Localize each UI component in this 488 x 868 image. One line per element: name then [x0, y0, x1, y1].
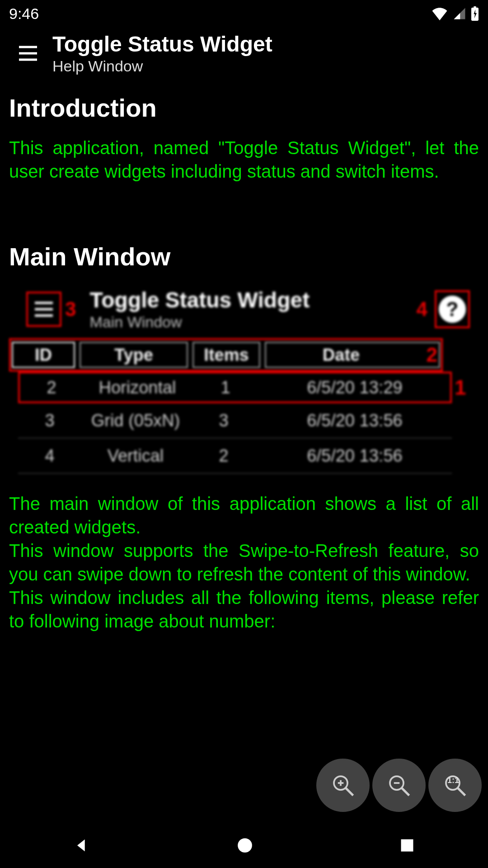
cell-type: Vertical [81, 446, 190, 466]
nav-back-button[interactable] [73, 836, 91, 854]
illust-annot-1: 1 [455, 375, 466, 400]
cell-items: 1 [192, 378, 259, 397]
table-row: 2 Horizontal 1 6/5/20 13:29 [18, 372, 452, 403]
illust-row-0-wrap: 2 Horizontal 1 6/5/20 13:29 1 [9, 372, 479, 403]
mainwin-heading: Main Window [9, 242, 479, 271]
intro-body: This application, named "Toggle Status W… [9, 136, 479, 183]
illust-row-2-wrap: 4 Vertical 2 6/5/20 13:56 [9, 439, 479, 474]
home-icon [236, 837, 253, 854]
intro-heading: Introduction [9, 93, 479, 123]
zoom-controls: 1:1 [316, 759, 482, 812]
svg-line-3 [346, 788, 353, 795]
menu-icon [33, 298, 55, 320]
status-time: 9:46 [9, 5, 39, 23]
zoom-out-icon [385, 772, 413, 799]
wifi-icon [431, 7, 448, 20]
svg-rect-1 [474, 6, 476, 8]
zoom-reset-button[interactable]: 1:1 [428, 759, 482, 812]
status-icons [431, 6, 479, 21]
illust-subtitle: Main Window [89, 313, 416, 331]
cell-type: Horizontal [83, 378, 192, 397]
illust-header-items: Items [192, 342, 260, 368]
app-bar: Toggle Status Widget Help Window [0, 27, 488, 84]
illust-header-wrap: ID Type Items Date 2 [9, 338, 479, 372]
app-title: Toggle Status Widget [52, 32, 272, 57]
svg-point-11 [238, 838, 252, 853]
illust-menu-box [26, 292, 61, 327]
nav-home-button[interactable] [236, 837, 253, 854]
cell-type: Grid (05xN) [81, 411, 190, 430]
illust-header-date: Date [265, 342, 440, 368]
zoom-in-icon [329, 772, 357, 799]
mainwin-body-3: This window includes all the following i… [9, 586, 479, 633]
mainwin-body-1: The main window of this application show… [9, 492, 479, 539]
svg-point-9 [446, 776, 460, 790]
nav-bar [0, 823, 488, 868]
svg-rect-12 [401, 840, 413, 852]
illust-annot-2: 2 [427, 344, 437, 366]
menu-icon[interactable] [17, 42, 39, 64]
illust-appbar: 3 Toggle Status Widget Main Window 4 ? [9, 285, 479, 334]
recent-icon [399, 837, 415, 854]
help-content[interactable]: Introduction This application, named "To… [0, 93, 488, 633]
table-row: 4 Vertical 2 6/5/20 13:56 [18, 439, 452, 474]
illust-help-box: ? [435, 290, 470, 328]
mainwin-body-2: This window supports the Swipe-to-Refres… [9, 539, 479, 586]
cell-items: 3 [190, 411, 258, 430]
svg-line-10 [458, 788, 465, 795]
status-bar: 9:46 [0, 0, 488, 27]
cell-id: 4 [18, 446, 81, 466]
illust-header-row: ID Type Items Date 2 [9, 338, 443, 372]
zoom-out-button[interactable] [372, 759, 426, 812]
illust-title: Toggle Status Widget [89, 288, 416, 312]
illust-header-id: ID [12, 342, 75, 368]
battery-charging-icon [471, 6, 479, 21]
illust-annot-3: 3 [65, 298, 76, 321]
app-subtitle: Help Window [52, 57, 272, 75]
cell-signal-icon [453, 7, 466, 20]
illust-annot-4: 4 [417, 298, 427, 321]
cell-id: 3 [18, 411, 81, 430]
cell-id: 2 [20, 378, 83, 397]
zoom-in-button[interactable] [316, 759, 370, 812]
back-icon [73, 836, 91, 854]
zoom-reset-icon [441, 772, 469, 799]
cell-date: 6/5/20 13:29 [259, 378, 450, 397]
cell-date: 6/5/20 13:56 [258, 446, 452, 466]
illust-header-type: Type [80, 342, 188, 368]
illust-row-1-wrap: 3 Grid (05xN) 3 6/5/20 13:56 [9, 403, 479, 439]
cell-date: 6/5/20 13:56 [258, 411, 452, 430]
help-icon: ? [439, 296, 466, 323]
nav-recent-button[interactable] [399, 837, 415, 854]
mainwin-illustration: 3 Toggle Status Widget Main Window 4 ? I… [9, 285, 479, 474]
cell-items: 2 [190, 446, 258, 466]
table-row: 3 Grid (05xN) 3 6/5/20 13:56 [18, 403, 452, 439]
svg-line-7 [402, 788, 409, 795]
